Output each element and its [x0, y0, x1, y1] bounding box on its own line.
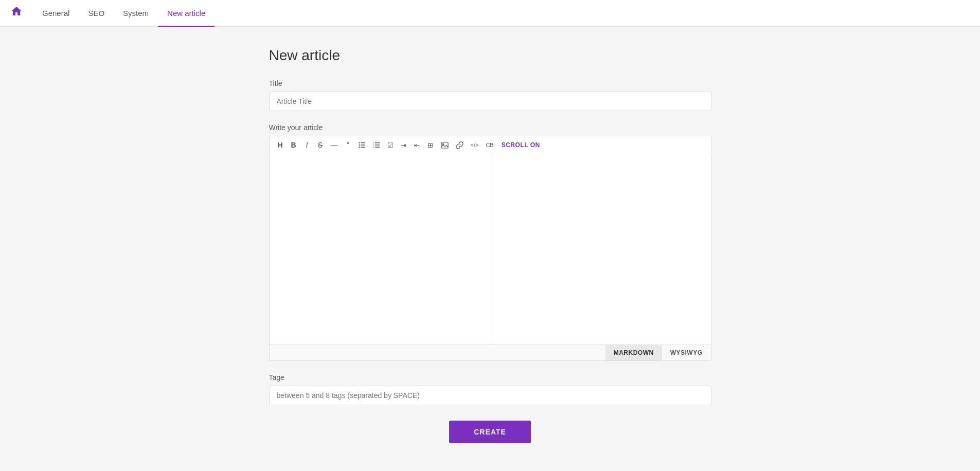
toolbar-link[interactable] [453, 139, 466, 151]
svg-point-4 [359, 144, 360, 146]
page-title: New article [269, 47, 711, 64]
header: General SEO System New article [0, 0, 980, 27]
svg-text:3.: 3. [373, 146, 375, 149]
editor-panels [270, 154, 711, 345]
toolbar-bold[interactable]: B [288, 139, 299, 151]
svg-rect-1 [361, 144, 365, 146]
toolbar-indent[interactable]: ⇥ [398, 139, 409, 151]
toolbar-heading[interactable]: H [275, 139, 286, 151]
main-content: New article Title Write your article H B… [259, 27, 722, 471]
editor-container: H B I S — " 1.2.3. ☑ ⇥ ⇤ ⊞ [269, 136, 711, 361]
tage-group: Tage [269, 373, 711, 405]
toolbar-codeblock[interactable]: CB [483, 139, 496, 151]
toolbar-quote[interactable]: " [343, 139, 354, 151]
toolbar-strikethrough[interactable]: S [315, 139, 326, 151]
tab-system[interactable]: System [114, 0, 158, 26]
svg-rect-8 [375, 147, 380, 148]
tage-input[interactable] [269, 386, 711, 405]
tab-seo[interactable]: SEO [79, 0, 114, 26]
toolbar-hr[interactable]: — [328, 139, 341, 151]
editor-toolbar: H B I S — " 1.2.3. ☑ ⇥ ⇤ ⊞ [270, 136, 711, 154]
home-icon[interactable] [10, 5, 23, 21]
tab-new-article[interactable]: New article [158, 0, 215, 26]
title-label: Title [269, 79, 711, 87]
toolbar-code[interactable]: </> [468, 139, 482, 151]
toolbar-table[interactable]: ⊞ [425, 139, 436, 151]
create-button-container: CREATE [269, 421, 711, 464]
tab-general[interactable]: General [33, 0, 79, 26]
title-input[interactable] [269, 92, 711, 111]
title-group: Title [269, 79, 711, 111]
tage-label: Tage [269, 373, 711, 382]
toolbar-outdent[interactable]: ⇤ [412, 139, 423, 151]
svg-rect-2 [361, 147, 365, 148]
editor-markdown-panel[interactable] [270, 154, 491, 345]
editor-footer: MARKDOWN WYSIWYG [270, 345, 711, 360]
editor-group: Write your article H B I S — " 1.2.3. ☑ … [269, 123, 711, 361]
editor-preview-panel [490, 154, 711, 345]
toolbar-ordered-list[interactable]: 1.2.3. [370, 139, 383, 151]
mode-markdown-button[interactable]: MARKDOWN [605, 345, 662, 360]
svg-point-3 [359, 142, 360, 143]
scroll-on-button[interactable]: SCROLL ON [502, 141, 540, 149]
svg-point-5 [359, 147, 360, 148]
toolbar-italic[interactable]: I [301, 139, 313, 151]
svg-rect-7 [375, 144, 380, 146]
toolbar-image[interactable] [438, 139, 451, 151]
toolbar-unordered-list[interactable] [356, 139, 368, 151]
create-button[interactable]: CREATE [449, 421, 531, 443]
editor-label: Write your article [269, 123, 711, 132]
mode-wysiwyg-button[interactable]: WYSIWYG [662, 345, 711, 360]
nav-tabs: General SEO System New article [33, 0, 215, 26]
svg-rect-0 [361, 142, 365, 143]
toolbar-task-list[interactable]: ☑ [385, 139, 396, 151]
svg-rect-6 [375, 142, 380, 143]
